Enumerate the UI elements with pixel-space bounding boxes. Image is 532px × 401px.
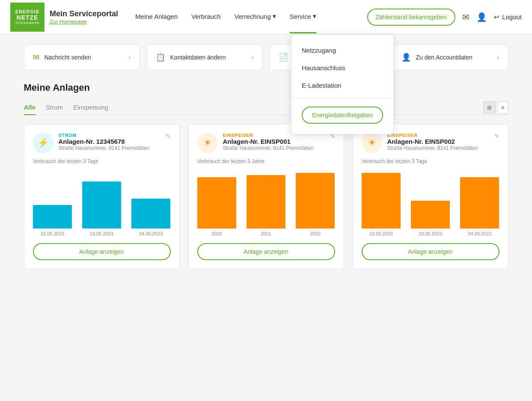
logo-energie: ENERGIE xyxy=(15,9,40,14)
chart-label-2: Verbrauch der letzten 3 Tage xyxy=(362,158,499,164)
doc-icon: 📄 xyxy=(279,53,288,62)
dropdown-divider xyxy=(291,98,393,98)
user-icon-button[interactable]: 👤 xyxy=(476,12,487,22)
dropdown-item-eladestation[interactable]: E-Ladestation xyxy=(291,77,393,94)
grid-icon: ⊞ xyxy=(487,104,492,111)
bar-group-1-1: 2021 xyxy=(247,175,285,236)
quick-action-accountdaten[interactable]: 👤 Zu den Accountdaten › xyxy=(392,45,508,70)
homepage-link[interactable]: Zur Homepage xyxy=(50,18,118,25)
header: ENERGIE NETZE STEIERMARK Mein Servicepor… xyxy=(0,0,532,34)
tab-alle[interactable]: Alle xyxy=(24,100,36,115)
edit-icon-0[interactable]: ✎ xyxy=(166,133,171,140)
main-content: ✉ Nachricht senden › 📋 Kontaktdaten ände… xyxy=(14,34,519,279)
quick-action-label: Zu den Accountdaten xyxy=(416,54,473,61)
quick-actions: ✉ Nachricht senden › 📋 Kontaktdaten ände… xyxy=(24,45,508,70)
logo-steiermark: STEIERMARK xyxy=(15,21,39,25)
anlage-addr-0: Straße Hausnummer, 8141 Premstätten xyxy=(59,145,160,151)
grid-view-button[interactable]: ⊞ xyxy=(483,101,496,114)
chart-label-1: Verbrauch der letzten 3 Jahre xyxy=(197,158,335,164)
anlage-nr-2: Anlagen-Nr. EINSP002 xyxy=(387,138,489,145)
user-icon: 👤 xyxy=(476,12,487,22)
anlage-card-0: ⚡ STROM Anlagen-Nr. 12345678 Straße Haus… xyxy=(24,124,180,269)
anlage-nr-0: Anlagen-Nr. 12345678 xyxy=(59,138,160,145)
bar-0-0 xyxy=(33,205,72,229)
quick-action-nachricht[interactable]: ✉ Nachricht senden › xyxy=(24,45,140,70)
bar-0-1 xyxy=(82,181,121,229)
bar-2-0 xyxy=(362,173,401,229)
header-titles: Mein Serviceportal Zur Homepage xyxy=(50,9,118,25)
header-right: Zählerstand bekanntgeben ✉ 👤 ↩ Logout xyxy=(367,9,522,26)
logout-button[interactable]: ↩ Logout xyxy=(494,13,522,21)
arrow-icon: › xyxy=(252,54,254,61)
nav-verrechnung[interactable]: Verrechnung ▾ xyxy=(235,0,276,33)
list-view-button[interactable]: ≡ xyxy=(497,101,508,114)
tab-strom[interactable]: Strom xyxy=(46,100,63,115)
anlage-btn-2[interactable]: Anlage anzeigen xyxy=(362,243,499,260)
quick-action-label: Kontaktdaten ändern xyxy=(170,54,226,61)
anlage-header-2: ☀ EINSPEISER Anlagen-Nr. EINSP002 Straße… xyxy=(362,133,499,153)
bar-group-2-0: 22.06.2023 xyxy=(362,173,401,236)
bar-group-0-2: 24.06.2023 xyxy=(131,199,170,236)
view-toggle: ⊞ ≡ xyxy=(483,101,508,114)
mail-icon-quick: ✉ xyxy=(33,53,39,62)
mail-icon-button[interactable]: ✉ xyxy=(462,12,470,22)
tab-einspeisung[interactable]: Einspeisung xyxy=(73,100,108,115)
anlage-nr-1: Anlagen-Nr. EINSP001 xyxy=(223,138,325,145)
bar-1-2 xyxy=(296,173,335,229)
dropdown-item-hausanschluss[interactable]: Hausanschluss xyxy=(291,59,393,77)
bar-0-2 xyxy=(131,199,170,229)
anlage-type-0: STROM xyxy=(59,133,160,138)
anlage-info-2: EINSPEISER Anlagen-Nr. EINSP002 Straße H… xyxy=(387,133,489,151)
bar-date-0-1: 23.06.2023 xyxy=(90,231,113,236)
nav-service[interactable]: Service ▾ xyxy=(290,0,316,33)
nav-meine-anlagen[interactable]: Meine Anlagen xyxy=(135,1,178,33)
anlagen-tabs: Alle Strom Einspeisung ⊞ ≡ xyxy=(24,100,508,115)
anlage-card-2: ☀ EINSPEISER Anlagen-Nr. EINSP002 Straße… xyxy=(353,124,508,269)
clipboard-icon: 📋 xyxy=(156,53,165,62)
bar-date-1-2: 2022 xyxy=(310,231,321,236)
anlage-icon-einspeiser-1: ☀ xyxy=(197,133,218,153)
anlage-info-1: EINSPEISER Anlagen-Nr. EINSP001 Straße H… xyxy=(223,133,325,151)
bar-date-2-0: 22.06.2023 xyxy=(369,231,393,236)
list-icon: ≡ xyxy=(501,104,505,111)
quick-action-kontaktdaten[interactable]: 📋 Kontaktdaten ändern › xyxy=(147,45,263,70)
anlage-btn-0[interactable]: Anlage anzeigen xyxy=(33,243,171,260)
anlage-info-0: STROM Anlagen-Nr. 12345678 Straße Hausnu… xyxy=(59,133,160,151)
user-icon-quick: 👤 xyxy=(401,53,411,62)
service-dropdown-menu: Netzzugang Hausanschluss E-Ladestation E… xyxy=(291,34,394,134)
bar-date-1-0: 2020 xyxy=(211,231,222,236)
chevron-down-icon: ▾ xyxy=(273,12,276,20)
bar-date-2-2: 24.06.2023 xyxy=(468,231,491,236)
bar-group-1-2: 2022 xyxy=(296,173,335,236)
bar-group-0-0: 22.06.2023 xyxy=(33,205,72,236)
edit-icon-2[interactable]: ✎ xyxy=(494,133,499,140)
quick-action-label: Nachricht senden xyxy=(45,54,91,61)
zaehler-button[interactable]: Zählerstand bekanntgeben xyxy=(367,9,456,26)
bar-group-2-1: 23.06.2023 xyxy=(411,201,450,236)
bar-chart-0: 22.06.2023 23.06.2023 24.06.2023 xyxy=(33,168,171,236)
energiedatenfreigaben-button[interactable]: Energiedatenfreigaben xyxy=(302,107,383,124)
main-nav: Meine Anlagen Verbrauch Verrechnung ▾ Se… xyxy=(135,0,367,33)
anlage-addr-1: Straße Hausnummer, 8141 Premstätten xyxy=(223,145,325,151)
bar-chart-2: 22.06.2023 23.06.2023 24.06.2023 xyxy=(362,168,499,236)
bar-group-0-1: 23.06.2023 xyxy=(82,181,121,236)
bar-date-2-1: 23.06.2023 xyxy=(419,231,442,236)
bar-date-0-0: 22.06.2023 xyxy=(41,231,64,236)
anlage-icon-einspeiser-2: ☀ xyxy=(362,133,382,153)
anlage-type-2: EINSPEISER xyxy=(387,133,489,138)
arrow-icon: › xyxy=(129,54,131,61)
bar-date-1-1: 2021 xyxy=(261,231,271,236)
anlage-header-0: ⚡ STROM Anlagen-Nr. 12345678 Straße Haus… xyxy=(33,133,171,153)
bar-date-0-2: 24.06.2023 xyxy=(139,231,163,236)
anlage-card-1: ☀ EINSPEISER Anlagen-Nr. EINSP001 Straße… xyxy=(188,124,344,269)
bar-1-0 xyxy=(197,177,236,229)
nav-verbrauch[interactable]: Verbrauch xyxy=(191,1,220,33)
anlage-header-1: ☀ EINSPEISER Anlagen-Nr. EINSP001 Straße… xyxy=(197,133,335,153)
anlage-btn-1[interactable]: Anlage anzeigen xyxy=(197,243,335,260)
logo-box: ENERGIE NETZE STEIERMARK xyxy=(10,3,45,32)
bar-2-1 xyxy=(411,201,450,229)
anlage-addr-2: Straße Hausnummer, 8141 Premstätten xyxy=(387,145,489,151)
dropdown-item-netzzugang[interactable]: Netzzugang xyxy=(291,42,393,59)
bar-chart-1: 2020 2021 2022 xyxy=(197,168,335,236)
chevron-down-icon-service: ▾ xyxy=(313,12,316,20)
